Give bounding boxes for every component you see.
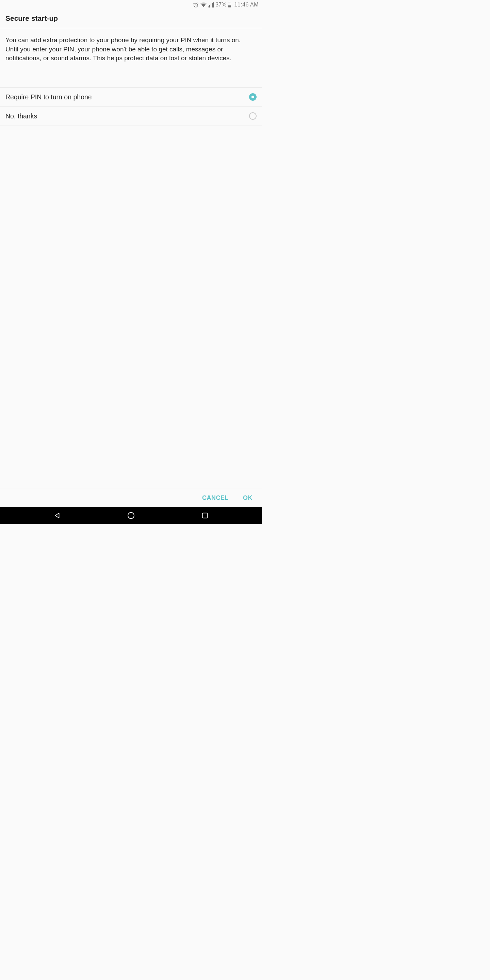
recent-apps-icon[interactable] (201, 512, 208, 519)
svg-rect-2 (202, 513, 208, 518)
battery-percent: 37% (215, 2, 226, 8)
radio-unselected-icon (249, 112, 256, 120)
alarm-icon (193, 2, 199, 8)
option-require-pin[interactable]: Require PIN to turn on phone (0, 88, 262, 107)
status-bar: 37% 11:46 AM (0, 0, 262, 10)
option-label: No, thanks (5, 112, 37, 120)
option-label: Require PIN to turn on phone (5, 93, 92, 101)
description-text: You can add extra protection to your pho… (0, 28, 262, 88)
navigation-bar (0, 507, 262, 524)
wifi-icon (200, 2, 207, 7)
back-icon[interactable] (53, 512, 61, 519)
page-title: Secure start-up (5, 14, 256, 22)
cancel-button[interactable]: CANCEL (202, 495, 229, 501)
button-bar: CANCEL OK (0, 488, 262, 507)
clock-time: 11:46 AM (234, 2, 259, 8)
signal-icon (208, 2, 214, 8)
battery-icon (228, 2, 231, 8)
option-no-thanks[interactable]: No, thanks (0, 107, 262, 126)
header: Secure start-up (0, 10, 262, 28)
home-icon[interactable] (127, 511, 135, 520)
radio-selected-icon (249, 93, 256, 101)
ok-button[interactable]: OK (243, 495, 253, 501)
svg-point-1 (128, 512, 134, 519)
spacer (0, 126, 262, 488)
